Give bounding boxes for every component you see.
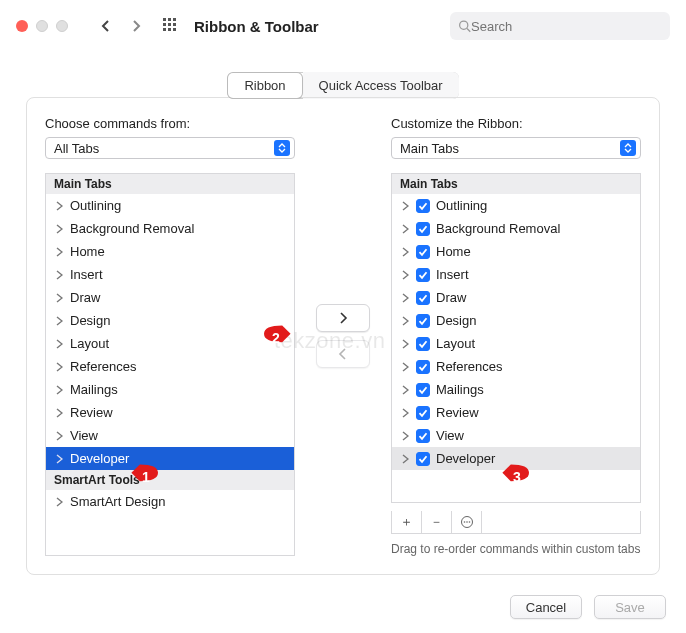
- customization-panel: Choose commands from: All Tabs Main Tabs…: [26, 97, 660, 575]
- list-item[interactable]: Mailings: [46, 378, 294, 401]
- list-item[interactable]: Review: [46, 401, 294, 424]
- transfer-controls: [313, 116, 373, 556]
- visibility-checkbox[interactable]: [416, 429, 430, 443]
- list-item[interactable]: Insert: [46, 263, 294, 286]
- visibility-checkbox[interactable]: [416, 406, 430, 420]
- visibility-checkbox[interactable]: [416, 291, 430, 305]
- visibility-checkbox[interactable]: [416, 383, 430, 397]
- dropdown-caret-icon: [620, 140, 636, 156]
- close-window-button[interactable]: [16, 20, 28, 32]
- search-box[interactable]: [450, 12, 670, 40]
- dropdown-caret-icon: [274, 140, 290, 156]
- visibility-checkbox[interactable]: [416, 222, 430, 236]
- list-item[interactable]: Developer: [46, 447, 294, 470]
- chevron-right-icon: [54, 339, 64, 349]
- window-controls: [16, 20, 68, 32]
- back-button[interactable]: [94, 14, 118, 38]
- save-button[interactable]: Save: [594, 595, 666, 619]
- chevron-right-icon: [54, 408, 64, 418]
- list-group-header: Main Tabs: [46, 174, 294, 194]
- gear-icon: [460, 515, 474, 529]
- list-item-label: Layout: [70, 336, 109, 351]
- annotation-bubble-2: 2: [264, 324, 292, 352]
- chevron-right-icon: [54, 224, 64, 234]
- list-item[interactable]: Background Removal: [46, 217, 294, 240]
- list-item-label: Mailings: [70, 382, 118, 397]
- visibility-checkbox[interactable]: [416, 314, 430, 328]
- list-item[interactable]: View: [46, 424, 294, 447]
- cancel-button[interactable]: Cancel: [510, 595, 582, 619]
- remove-command-button[interactable]: [316, 340, 370, 368]
- chevron-right-icon: [54, 270, 64, 280]
- svg-point-9: [460, 21, 468, 29]
- list-item[interactable]: Mailings: [392, 378, 640, 401]
- tab-quick-access-toolbar[interactable]: Quick Access Toolbar: [303, 72, 459, 99]
- list-item-label: Layout: [436, 336, 475, 351]
- show-all-icon[interactable]: [162, 17, 178, 36]
- visibility-checkbox[interactable]: [416, 268, 430, 282]
- search-input[interactable]: [471, 19, 662, 34]
- list-item-label: Design: [70, 313, 110, 328]
- chevron-right-icon: [400, 224, 410, 234]
- list-item[interactable]: Home: [392, 240, 640, 263]
- svg-rect-8: [173, 28, 176, 31]
- titlebar: Ribbon & Toolbar: [0, 0, 686, 52]
- list-item[interactable]: References: [392, 355, 640, 378]
- tab-ribbon[interactable]: Ribbon: [228, 73, 301, 98]
- list-item[interactable]: Home: [46, 240, 294, 263]
- list-item-label: Developer: [70, 451, 129, 466]
- zoom-window-button[interactable]: [56, 20, 68, 32]
- svg-rect-1: [168, 18, 171, 21]
- list-item-label: Design: [436, 313, 476, 328]
- remove-tab-button[interactable]: －: [422, 511, 452, 533]
- add-command-button[interactable]: [316, 304, 370, 332]
- list-item[interactable]: Outlining: [392, 194, 640, 217]
- list-item[interactable]: References: [46, 355, 294, 378]
- visibility-checkbox[interactable]: [416, 337, 430, 351]
- list-item-label: Home: [436, 244, 471, 259]
- list-item[interactable]: Outlining: [46, 194, 294, 217]
- chevron-right-icon: [400, 408, 410, 418]
- list-item[interactable]: Draw: [46, 286, 294, 309]
- choose-commands-dropdown[interactable]: All Tabs: [45, 137, 295, 159]
- chevron-right-icon: [400, 339, 410, 349]
- minimize-window-button[interactable]: [36, 20, 48, 32]
- chevron-right-icon: [400, 270, 410, 280]
- list-item[interactable]: Design: [392, 309, 640, 332]
- list-item-label: Outlining: [436, 198, 487, 213]
- list-item-label: References: [436, 359, 502, 374]
- list-item[interactable]: Layout: [392, 332, 640, 355]
- visibility-checkbox[interactable]: [416, 452, 430, 466]
- list-item[interactable]: Design: [46, 309, 294, 332]
- list-group-header: Main Tabs: [392, 174, 640, 194]
- chevron-right-icon: [54, 293, 64, 303]
- visibility-checkbox[interactable]: [416, 245, 430, 259]
- settings-button[interactable]: [452, 511, 482, 533]
- forward-button[interactable]: [124, 14, 148, 38]
- list-item[interactable]: Review: [392, 401, 640, 424]
- svg-rect-7: [168, 28, 171, 31]
- chevron-right-icon: [400, 385, 410, 395]
- svg-line-10: [467, 28, 470, 31]
- list-item[interactable]: Layout: [46, 332, 294, 355]
- list-item[interactable]: SmartArt Design: [46, 490, 294, 513]
- visibility-checkbox[interactable]: [416, 199, 430, 213]
- list-item-label: Insert: [436, 267, 469, 282]
- commands-list[interactable]: Main Tabs OutliningBackground RemovalHom…: [45, 173, 295, 556]
- list-item[interactable]: Insert: [392, 263, 640, 286]
- list-item-label: Developer: [436, 451, 495, 466]
- chevron-right-icon: [54, 497, 64, 507]
- list-item-label: Review: [436, 405, 479, 420]
- list-item[interactable]: Background Removal: [392, 217, 640, 240]
- annotation-bubble-1: 1: [130, 463, 158, 491]
- dropdown-value: All Tabs: [54, 141, 99, 156]
- visibility-checkbox[interactable]: [416, 360, 430, 374]
- minus-icon: －: [430, 513, 443, 531]
- ribbon-tabs-list[interactable]: Main Tabs OutliningBackground RemovalHom…: [391, 173, 641, 503]
- customize-ribbon-dropdown[interactable]: Main Tabs: [391, 137, 641, 159]
- add-tab-button[interactable]: ＋: [392, 511, 422, 533]
- list-item-label: Insert: [70, 267, 103, 282]
- list-item[interactable]: Draw: [392, 286, 640, 309]
- list-item-label: Background Removal: [436, 221, 560, 236]
- list-item[interactable]: View: [392, 424, 640, 447]
